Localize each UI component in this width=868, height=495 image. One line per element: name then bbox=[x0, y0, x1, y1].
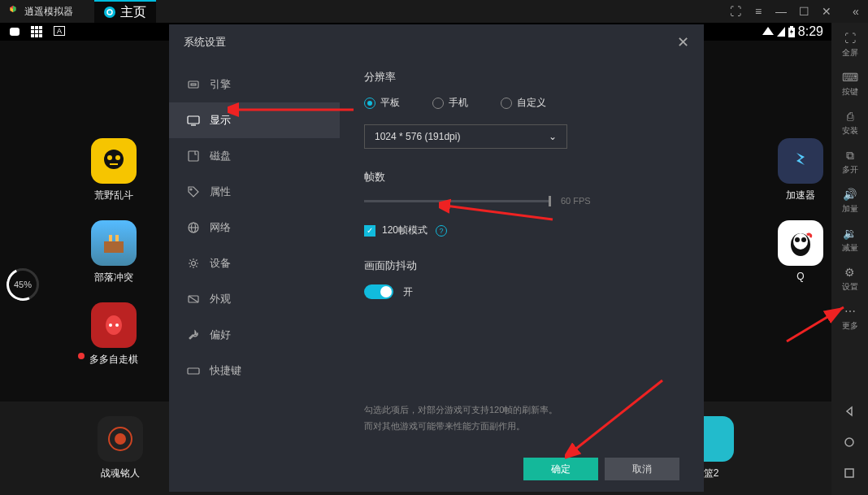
svg-point-25 bbox=[115, 433, 126, 445]
antishake-toggle[interactable] bbox=[364, 284, 393, 299]
multi-icon: ⧉ bbox=[843, 148, 857, 163]
settings-modal: 系统设置 ✕ 引擎 显示 磁盘 属性 网络 设备 外观 偏好 快捷键 分辨率 平… bbox=[169, 24, 704, 492]
rs-more[interactable]: ⋯更多 bbox=[842, 304, 858, 332]
a-icon[interactable]: A bbox=[54, 26, 65, 36]
resolution-dropdown[interactable]: 1024 * 576 (191dpi) ⌄ bbox=[364, 124, 567, 149]
radio-custom[interactable]: 自定义 bbox=[501, 96, 546, 110]
rs-volume-up[interactable]: 🔊加量 bbox=[842, 187, 858, 215]
hint-text: 勾选此项后，对部分游戏可支持120帧的刷新率。 而对其他游戏可能带来性能方面副作… bbox=[364, 402, 558, 435]
sidebar-item-appearance[interactable]: 外观 bbox=[169, 281, 340, 317]
back-icon[interactable] bbox=[844, 406, 857, 419]
svg-point-35 bbox=[192, 262, 196, 266]
close-icon[interactable]: ✕ bbox=[677, 33, 689, 51]
display-icon bbox=[187, 114, 200, 127]
recent-icon[interactable] bbox=[844, 467, 857, 480]
volume-down-icon: 🔉 bbox=[843, 226, 857, 241]
sidebar-item-network[interactable]: 网络 bbox=[169, 210, 340, 245]
home-icon[interactable] bbox=[844, 436, 857, 449]
svg-rect-8 bbox=[31, 34, 34, 37]
tab-home-label: 主页 bbox=[120, 4, 146, 21]
gear-icon: ⚙ bbox=[843, 265, 857, 280]
svg-rect-38 bbox=[188, 368, 199, 374]
svg-rect-27 bbox=[191, 84, 196, 85]
antishake-title: 画面防抖动 bbox=[364, 258, 679, 273]
sidebar-item-property[interactable]: 属性 bbox=[169, 174, 340, 210]
svg-rect-26 bbox=[189, 81, 198, 88]
expand-icon[interactable]: « bbox=[850, 6, 861, 17]
fps-120-checkbox-row[interactable]: ✓ 120帧模式 ? bbox=[364, 224, 679, 237]
fullscreen-icon: ⛶ bbox=[843, 31, 857, 46]
right-sidebar: ⛶全屏 ⌨按键 ⎙安装 ⧉多开 🔊加量 🔉减量 ⚙设置 ⋯更多 bbox=[831, 23, 868, 495]
grid-icon[interactable] bbox=[31, 26, 46, 37]
sidebar-item-preference[interactable]: 偏好 bbox=[169, 317, 340, 353]
battery-icon bbox=[788, 26, 795, 37]
sidebar-item-display[interactable]: 显示 bbox=[169, 102, 340, 138]
svg-point-21 bbox=[793, 233, 808, 250]
svg-point-19 bbox=[115, 323, 119, 327]
svg-rect-2 bbox=[31, 26, 34, 29]
maximize-icon[interactable]: ☐ bbox=[798, 6, 809, 17]
app-item[interactable]: 部落冲突 bbox=[89, 220, 138, 284]
svg-rect-9 bbox=[35, 34, 38, 37]
radio-phone[interactable]: 手机 bbox=[432, 96, 468, 110]
cancel-button[interactable]: 取消 bbox=[605, 458, 679, 480]
dock-item[interactable]: 战魂铭人 bbox=[98, 416, 143, 480]
rs-keymap[interactable]: ⌨按键 bbox=[842, 70, 858, 98]
rs-multi[interactable]: ⧉多开 bbox=[842, 148, 858, 176]
apps-column-left: 荒野乱斗 部落冲突 多多自走棋 bbox=[89, 138, 138, 367]
help-icon[interactable]: ? bbox=[436, 225, 447, 237]
wifi-icon bbox=[762, 27, 774, 37]
volume-up-icon: 🔊 bbox=[843, 187, 857, 202]
svg-point-22 bbox=[795, 237, 800, 242]
svg-point-18 bbox=[109, 323, 112, 327]
clock: 8:29 bbox=[798, 24, 823, 39]
sidebar-item-shortcut[interactable]: 快捷键 bbox=[169, 353, 340, 389]
rs-fullscreen[interactable]: ⛶全屏 bbox=[842, 31, 858, 59]
app-item[interactable]: 多多自走棋 bbox=[89, 302, 138, 367]
app-title: 逍遥模拟器 bbox=[24, 5, 73, 19]
svg-rect-1 bbox=[10, 28, 20, 36]
svg-point-23 bbox=[801, 237, 806, 242]
keyboard-icon: ⌨ bbox=[843, 70, 857, 85]
rs-settings[interactable]: ⚙设置 bbox=[842, 265, 858, 293]
app-item[interactable]: 荒野乱斗 bbox=[89, 138, 138, 202]
fps-slider[interactable] bbox=[364, 200, 551, 202]
svg-rect-10 bbox=[39, 34, 42, 37]
fps-value: 60 FPS bbox=[561, 196, 591, 206]
menu-icon[interactable]: ≡ bbox=[753, 6, 764, 17]
rs-volume-down[interactable]: 🔉减量 bbox=[842, 226, 858, 254]
tag-icon bbox=[187, 185, 200, 198]
svg-rect-3 bbox=[35, 26, 38, 29]
notification-dot bbox=[78, 353, 85, 359]
progress-indicator[interactable]: 45% bbox=[7, 268, 39, 301]
fullscreen-icon[interactable]: ⛶ bbox=[730, 6, 741, 17]
sidebar-item-disk[interactable]: 磁盘 bbox=[169, 138, 340, 174]
svg-rect-4 bbox=[39, 26, 42, 29]
modal-sidebar: 引擎 显示 磁盘 属性 网络 设备 外观 偏好 快捷键 bbox=[169, 60, 340, 492]
dock-label: 战魂铭人 bbox=[101, 467, 140, 480]
square-icon[interactable] bbox=[8, 26, 23, 37]
close-icon[interactable]: ✕ bbox=[821, 6, 832, 17]
rs-install[interactable]: ⎙安装 bbox=[842, 109, 858, 137]
tab-home[interactable]: 主页 bbox=[94, 0, 156, 23]
checkbox-icon: ✓ bbox=[364, 225, 375, 237]
fps-slider-row: 60 FPS bbox=[364, 196, 679, 206]
sidebar-item-engine[interactable]: 引擎 bbox=[169, 67, 340, 102]
app-label: 部落冲突 bbox=[94, 271, 133, 284]
sidebar-item-device[interactable]: 设备 bbox=[169, 245, 340, 281]
keyboard-icon bbox=[187, 364, 200, 377]
ok-button[interactable]: 确定 bbox=[523, 458, 598, 480]
app-item[interactable]: 加速器 bbox=[778, 138, 823, 202]
svg-point-42 bbox=[845, 438, 853, 446]
minimize-icon[interactable]: — bbox=[775, 6, 787, 17]
modal-title: 系统设置 bbox=[184, 35, 226, 50]
svg-point-0 bbox=[107, 10, 112, 15]
resolution-radios: 平板 手机 自定义 bbox=[364, 96, 679, 110]
radio-tablet[interactable]: 平板 bbox=[364, 96, 400, 110]
svg-point-31 bbox=[190, 189, 192, 190]
app-item[interactable]: Q bbox=[778, 220, 823, 282]
engine-icon bbox=[187, 78, 200, 91]
home-icon bbox=[104, 7, 115, 18]
svg-rect-16 bbox=[110, 163, 118, 165]
disk-icon bbox=[187, 150, 200, 163]
